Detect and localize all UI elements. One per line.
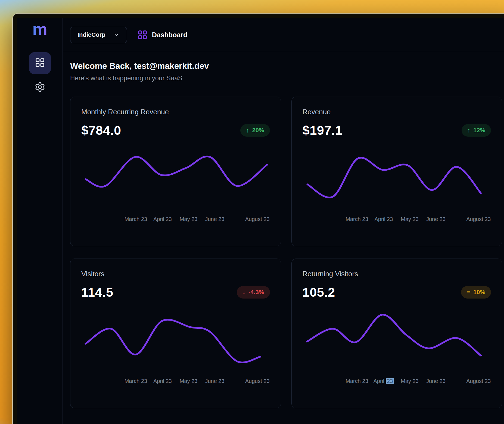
- axis-label: April 23: [153, 378, 172, 384]
- x-axis: March 23April 23May 23June 23August 23: [81, 378, 270, 386]
- trend-label: -4.3%: [248, 289, 264, 296]
- chart-line: [307, 158, 481, 198]
- sidebar-item-settings[interactable]: [35, 82, 45, 94]
- org-name: IndieCorp: [77, 31, 105, 38]
- text-selection-highlight: 23: [386, 378, 394, 384]
- axis-label: August 23: [245, 216, 270, 222]
- page-title: Dashboard: [152, 31, 188, 39]
- axis-label: May 23: [180, 378, 198, 384]
- axis-label: March 23: [125, 216, 147, 222]
- axis-label: March 23: [346, 216, 368, 222]
- trend-badge: = 10%: [461, 286, 491, 299]
- axis-label: August 23: [466, 378, 491, 384]
- card-value-row: 105.2 = 10%: [303, 285, 491, 300]
- line-chart: [303, 150, 491, 202]
- chart-line: [86, 320, 260, 362]
- axis-label: April 23: [374, 216, 393, 222]
- axis-label: May 23: [180, 216, 198, 222]
- metric-card: Visitors 114.5 ↓ -4.3% March 23April 23M…: [70, 259, 281, 408]
- axis-label: March 23: [125, 378, 147, 384]
- card-value: 105.2: [303, 285, 335, 300]
- trend-badge: ↓ -4.3%: [237, 286, 270, 299]
- card-value-row: $197.1 ↑ 12%: [303, 123, 491, 138]
- axis-label: April 23: [373, 378, 394, 384]
- metric-cards-grid: Monthly Recurring Revenue $784.0 ↑ 20% M…: [70, 97, 502, 408]
- brand-logo: m: [32, 21, 47, 38]
- trend-icon: =: [467, 289, 470, 296]
- card-value: 114.5: [81, 285, 113, 300]
- chevron-down-icon: [113, 32, 120, 38]
- x-axis: March 23April 23May 23June 23August 23: [81, 216, 270, 224]
- app-window: m I: [13, 14, 504, 424]
- axis-label: May 23: [401, 216, 419, 222]
- trend-label: 20%: [252, 127, 264, 134]
- card-title: Visitors: [81, 270, 270, 278]
- page-content: Welcome Back, test@makerkit.dev Here's w…: [63, 52, 504, 408]
- axis-label: April 23: [153, 216, 172, 222]
- card-value-row: $784.0 ↑ 20%: [81, 123, 270, 138]
- sidebar: m: [17, 18, 63, 424]
- card-title: Monthly Recurring Revenue: [81, 108, 270, 116]
- trend-label: 10%: [473, 289, 485, 296]
- trend-badge: ↑ 12%: [462, 124, 491, 137]
- axis-label: June 23: [426, 216, 446, 222]
- trend-icon: ↑: [246, 127, 249, 134]
- sidebar-item-dashboard[interactable]: [29, 52, 51, 74]
- trend-badge: ↑ 20%: [240, 124, 270, 137]
- axis-label: June 23: [205, 378, 224, 384]
- welcome-heading: Welcome Back, test@makerkit.dev: [70, 61, 502, 71]
- layout-grid-icon: [35, 57, 45, 69]
- axis-label: June 23: [205, 216, 224, 222]
- top-bar: IndieCorp Dashboard: [63, 18, 504, 52]
- card-value: $784.0: [81, 123, 121, 138]
- card-value-row: 114.5 ↓ -4.3%: [81, 285, 270, 300]
- card-value: $197.1: [303, 123, 343, 138]
- axis-label: August 23: [245, 378, 270, 384]
- trend-label: 12%: [473, 127, 485, 134]
- dashboard-grid-icon: [137, 30, 148, 40]
- axis-label: May 23: [401, 378, 419, 384]
- line-chart: [81, 312, 270, 364]
- card-title: Returning Visitors: [303, 270, 491, 278]
- app-root: m I: [17, 18, 504, 424]
- trend-icon: ↓: [242, 289, 245, 296]
- chart-line: [307, 315, 481, 355]
- gear-icon: [35, 82, 45, 94]
- org-selector-button[interactable]: IndieCorp: [70, 27, 127, 43]
- line-chart: [303, 312, 491, 364]
- metric-card: Returning Visitors 105.2 = 10% March 23A…: [291, 259, 502, 408]
- x-axis: March 23April 23May 23June 23August 23: [303, 216, 491, 224]
- axis-label: March 23: [346, 378, 368, 384]
- card-title: Revenue: [303, 108, 491, 116]
- line-chart: [81, 150, 270, 202]
- chart-line: [86, 156, 267, 187]
- axis-label: August 23: [466, 216, 491, 222]
- main-area: IndieCorp Dashboard Welcome: [63, 18, 504, 424]
- metric-card: Monthly Recurring Revenue $784.0 ↑ 20% M…: [70, 97, 281, 246]
- trend-icon: ↑: [467, 127, 470, 134]
- x-axis: March 23April 23May 23June 23August 23: [303, 378, 491, 386]
- breadcrumb: Dashboard: [137, 30, 188, 40]
- metric-card: Revenue $197.1 ↑ 12% March 23April 23May…: [291, 97, 502, 246]
- welcome-subtitle: Here's what is happening in your SaaS: [70, 74, 502, 82]
- axis-label: June 23: [426, 378, 446, 384]
